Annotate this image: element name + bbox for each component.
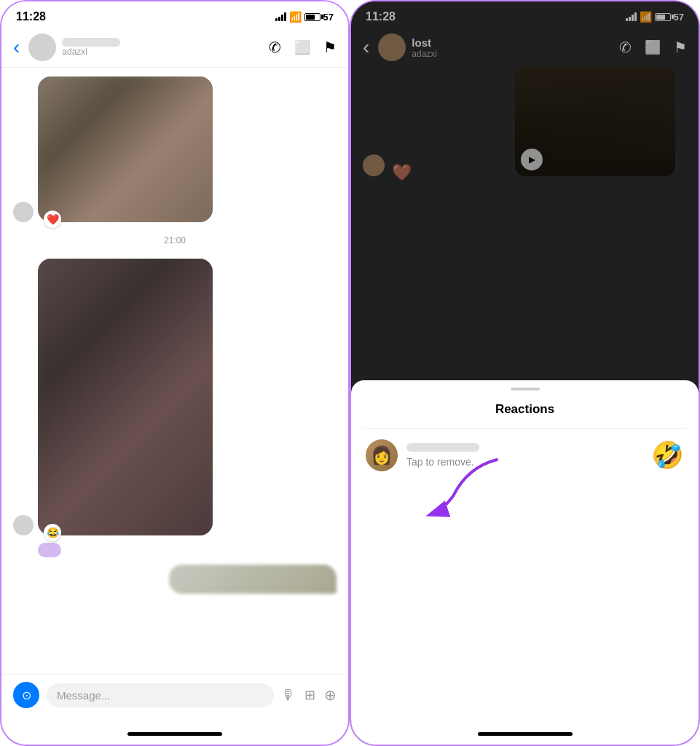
left-camera-button[interactable]: ⊙ [13, 682, 39, 708]
right-reaction-user-avatar: 👩 [366, 439, 398, 471]
left-media-bubble-1 [38, 76, 213, 222]
left-chat-content: ❤️ 21:00 🔖 😂 [1, 68, 348, 674]
left-media-bubble-2: 🔖 [38, 259, 213, 535]
left-message-row-3 [13, 565, 337, 594]
left-contact-username: adazxi [62, 47, 263, 57]
right-home-indicator [351, 723, 699, 745]
left-mic-icon[interactable]: 🎙 [281, 687, 296, 704]
left-laugh-reaction: 😂 [44, 524, 61, 541]
left-video-icon[interactable]: ⬜ [294, 39, 310, 55]
left-input-actions: 🎙 ⊞ ⊕ [281, 686, 337, 704]
left-status-bar: 11:28 📶 57 [1, 1, 348, 28]
right-bottom-sheet-overlay: Reactions 👩 Tap to remove. 🤣 [351, 1, 699, 745]
left-status-icons: 📶 57 [275, 11, 334, 23]
left-back-button[interactable]: ‹ [13, 36, 20, 59]
left-chat-panel: 11:28 📶 57 ‹ adazxi ✆ ⬜ [0, 0, 350, 746]
left-sender-avatar-1 [13, 202, 34, 222]
left-time-separator: 21:00 [13, 235, 337, 246]
right-home-bar [478, 732, 573, 736]
left-contact-info: adazxi [62, 38, 263, 57]
left-message-input-bar: ⊙ Message... 🎙 ⊞ ⊕ [1, 674, 348, 723]
left-chat-header: ‹ adazxi ✆ ⬜ ⚑ [1, 28, 348, 68]
left-call-icon[interactable]: ✆ [269, 39, 281, 56]
left-blurred-message-1 [38, 543, 61, 557]
left-message-placeholder: Message... [57, 689, 110, 702]
left-message-row-1: ❤️ [13, 76, 337, 222]
right-sheet-handle [511, 388, 540, 390]
left-time: 11:28 [16, 10, 46, 23]
left-contact-avatar [28, 34, 56, 61]
left-image-icon[interactable]: ⊞ [304, 687, 315, 703]
battery-label: 57 [323, 12, 334, 23]
left-home-bar [127, 732, 222, 736]
left-flag-icon[interactable]: ⚑ [323, 39, 337, 56]
purple-arrow-svg [395, 452, 511, 525]
left-contact-name [62, 38, 263, 47]
right-bottom-sheet: Reactions 👩 Tap to remove. 🤣 [351, 380, 699, 745]
wifi-icon: 📶 [289, 11, 302, 23]
right-chat-panel: 11:28 📶 57 ‹ lost adazxi ✆ ⬜ ⚑ [350, 0, 700, 746]
left-message-row-2: 🔖 😂 [13, 259, 337, 535]
right-reaction-emoji: 🤣 [651, 440, 684, 471]
left-plus-icon[interactable]: ⊕ [324, 686, 337, 704]
left-message-input[interactable]: Message... [47, 683, 274, 707]
left-header-actions: ✆ ⬜ ⚑ [269, 39, 337, 56]
right-sheet-title: Reactions [363, 402, 687, 429]
signal-icon [275, 12, 286, 21]
left-sender-avatar-2 [13, 515, 34, 535]
right-reaction-username-blur [406, 443, 479, 452]
left-heart-reaction: ❤️ [44, 211, 61, 228]
left-home-indicator [1, 723, 348, 745]
battery-icon [304, 13, 320, 21]
